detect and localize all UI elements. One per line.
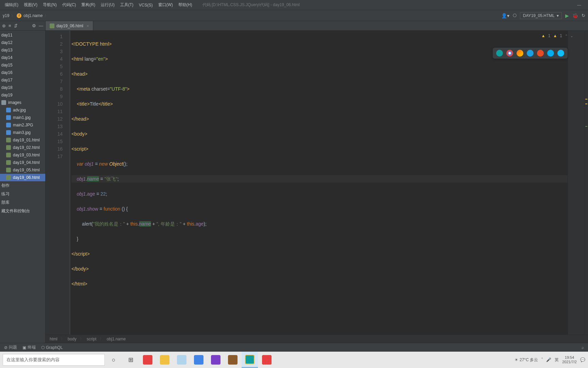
folder-icon xyxy=(1,100,6,105)
tree-scratch[interactable]: 部库 xyxy=(0,198,45,207)
ok-marker[interactable] xyxy=(585,126,587,127)
code-content[interactable]: <!DOCTYPE html> <html lang="en"> <head> … xyxy=(70,31,568,335)
edge-icon[interactable] xyxy=(191,352,207,368)
menu-navigate[interactable]: 导航(N) xyxy=(41,1,59,9)
webstorm-taskbar-icon[interactable] xyxy=(242,352,258,368)
webstorm-icon[interactable] xyxy=(496,50,503,57)
opera-icon[interactable] xyxy=(537,50,544,57)
hide-icon[interactable]: — xyxy=(39,23,43,28)
marker-stripe[interactable] xyxy=(585,31,588,335)
menu-help[interactable]: 帮助(H) xyxy=(176,1,194,9)
editor-tab[interactable]: day19_06.html × xyxy=(46,21,93,30)
clock[interactable]: 19:54 2021/7/2 xyxy=(562,355,577,364)
project-breadcrumb[interactable]: y19 〉 f obj1.name 〉 xyxy=(3,13,49,18)
gear-icon[interactable]: ⚙ xyxy=(32,23,36,28)
search-icon[interactable]: ⌕ xyxy=(582,345,584,350)
chrome-icon[interactable] xyxy=(506,50,513,57)
tree-folder[interactable]: day12 xyxy=(0,39,45,46)
tree-folder[interactable]: day19 xyxy=(0,91,45,99)
notifications-icon[interactable]: 💬 xyxy=(580,357,585,362)
graphql-tool[interactable]: ⬡GraphQL xyxy=(41,345,63,350)
tree-folder-images[interactable]: images xyxy=(0,99,45,106)
youdao-icon[interactable] xyxy=(259,352,275,368)
inspection-badges[interactable]: ▲1 ▲1 ⌃ ⌄ xyxy=(541,33,573,38)
menu-edit[interactable]: 编辑(E) xyxy=(3,1,20,9)
minimap[interactable] xyxy=(568,31,585,335)
menu-window[interactable]: 窗口(W) xyxy=(156,1,175,9)
ie-icon[interactable] xyxy=(547,50,554,57)
task-view-icon[interactable]: ⊞ xyxy=(122,352,139,368)
project-tree[interactable]: day11 day12 day13 day14 day15 day16 day1… xyxy=(0,31,45,215)
tree-file[interactable]: day19_04.html xyxy=(0,159,45,166)
target-icon[interactable]: ⊕ xyxy=(2,23,6,28)
tray-chevron-icon[interactable]: ˆ xyxy=(541,357,543,362)
fold-gutter[interactable] xyxy=(66,31,70,335)
cortana-icon[interactable]: ○ xyxy=(105,352,122,368)
tree-file-selected[interactable]: day19_06.html xyxy=(0,174,45,181)
tree-scratch[interactable]: 练习 xyxy=(0,190,45,198)
tree-file[interactable]: day19_02.html xyxy=(0,144,45,151)
weather-widget[interactable]: ☀ 27°C 多云 xyxy=(514,357,538,363)
user-icon[interactable]: 👤▾ xyxy=(501,13,509,18)
explorer-icon[interactable] xyxy=(157,352,173,368)
tree-folder[interactable]: day11 xyxy=(0,31,45,39)
windows-search-input[interactable]: 在这里输入你要搜索的内容 xyxy=(3,354,105,366)
mail-icon[interactable] xyxy=(174,352,190,368)
build-icon[interactable]: ⎔ xyxy=(513,13,517,18)
tree-file[interactable]: day19_03.html xyxy=(0,151,45,159)
line-num: 5 xyxy=(46,63,63,70)
tree-folder[interactable]: day15 xyxy=(0,61,45,69)
problems-tool[interactable]: ⊘问题 xyxy=(4,344,17,350)
tree-scratch[interactable]: 藏文件和控制台 xyxy=(0,207,45,215)
tree-image[interactable]: main3.jpg xyxy=(0,129,45,136)
close-icon[interactable]: × xyxy=(87,24,89,28)
terminal-tool[interactable]: ▣终端 xyxy=(22,344,36,350)
breadcrumb-member[interactable]: obj1.name xyxy=(23,13,43,18)
tree-folder[interactable]: day18 xyxy=(0,84,45,91)
debug-icon[interactable]: 🐞 xyxy=(572,13,578,18)
menu-run[interactable]: 运行(U) xyxy=(99,1,117,9)
firefox-icon[interactable] xyxy=(517,50,523,57)
tree-folder[interactable]: day17 xyxy=(0,76,45,84)
microphone-icon[interactable]: 🎤 xyxy=(546,357,551,362)
structure-breadcrumb[interactable]: html〉 body〉 script〉 obj1.name xyxy=(46,335,588,343)
bc-item[interactable]: body xyxy=(68,337,77,341)
intellij-icon[interactable] xyxy=(225,352,241,368)
chevron-up-icon[interactable]: ⌃ xyxy=(565,34,568,38)
tree-scratch[interactable]: 创作 xyxy=(0,181,45,190)
ime-indicator[interactable]: 英 xyxy=(555,357,559,363)
tree-file[interactable]: day19_05.html xyxy=(0,166,45,174)
visual-studio-icon[interactable] xyxy=(208,352,224,368)
menu-refactor[interactable]: 重构(R) xyxy=(79,1,97,9)
menu-view[interactable]: 视图(V) xyxy=(22,1,39,9)
run-config-selector[interactable]: DAY19_05.HTML ▾ xyxy=(520,12,562,19)
code-editor[interactable]: 1 2 3 4 5 6 7 8 9 10 11 12 13 14 15 16 1… xyxy=(46,31,588,335)
expand-icon[interactable]: ≡ xyxy=(9,23,11,28)
chevron-right-icon: 〉 xyxy=(11,13,15,18)
breadcrumb-folder[interactable]: y19 xyxy=(3,13,9,18)
tree-folder[interactable]: day14 xyxy=(0,54,45,61)
warning-marker[interactable] xyxy=(585,99,587,99)
safari-icon[interactable] xyxy=(527,50,534,57)
tree-folder[interactable]: day16 xyxy=(0,69,45,76)
bc-item[interactable]: obj1.name xyxy=(107,337,126,341)
bc-item[interactable]: html xyxy=(50,337,58,341)
bc-item[interactable]: script xyxy=(87,337,97,341)
tree-image[interactable]: adv.jpg xyxy=(0,106,45,114)
tree-file[interactable]: day19_01.html xyxy=(0,136,45,144)
run-icon[interactable]: ▶ xyxy=(565,13,569,18)
menu-code[interactable]: 代码(C) xyxy=(60,1,78,9)
tree-image[interactable]: main2.JPG xyxy=(0,121,45,129)
chevron-down-icon[interactable]: ⌄ xyxy=(570,34,573,38)
warning-marker[interactable] xyxy=(585,104,587,104)
edge-icon[interactable] xyxy=(557,50,564,57)
html-icon xyxy=(6,175,11,180)
kugou-icon[interactable] xyxy=(140,352,156,368)
tree-image[interactable]: main1.jpg xyxy=(0,114,45,121)
tree-folder[interactable]: day13 xyxy=(0,46,45,54)
minimize-icon[interactable]: — xyxy=(573,1,585,9)
menu-vcs[interactable]: VCS(S) xyxy=(137,2,155,8)
stop-icon[interactable]: ↻ xyxy=(582,13,585,18)
collapse-icon[interactable]: ⇵ xyxy=(14,23,18,28)
menu-tools[interactable]: 工具(T) xyxy=(118,1,135,9)
